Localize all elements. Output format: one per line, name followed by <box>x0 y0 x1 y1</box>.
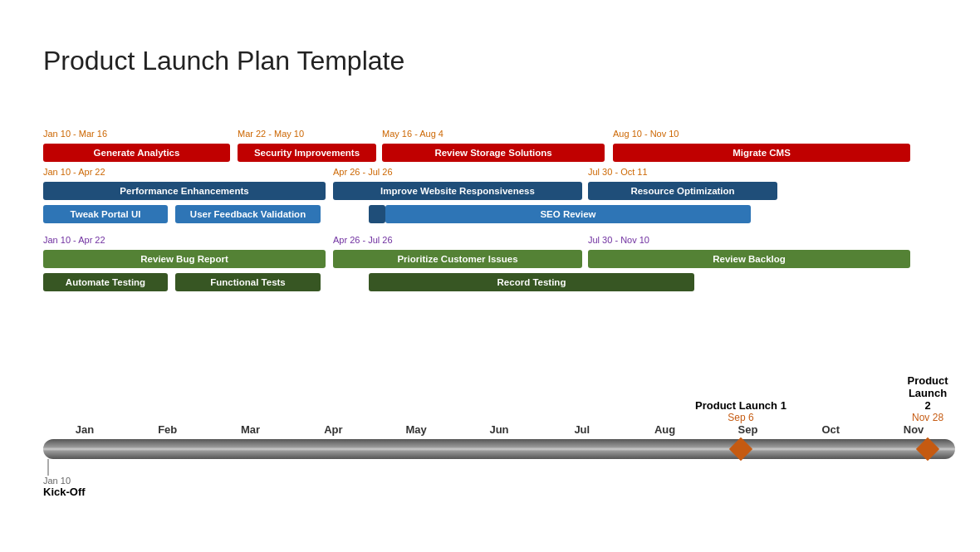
month-may: May <box>375 423 458 436</box>
bar-performance-enhancements[interactable]: Performance Enhancements <box>43 182 326 200</box>
date-label-r1-b2: Mar 22 - May 10 <box>238 129 304 139</box>
date-label-r2-b2: Apr 26 - Jul 26 <box>333 167 393 177</box>
bar-review-bug-report[interactable]: Review Bug Report <box>43 250 326 268</box>
bar-review-backlog[interactable]: Review Backlog <box>588 250 910 268</box>
bar-user-feedback-validation[interactable]: User Feedback Validation <box>175 205 321 223</box>
bar-record-testing[interactable]: Record Testing <box>369 273 694 291</box>
bar-functional-tests[interactable]: Functional Tests <box>175 273 321 291</box>
date-label-r1-b1: Jan 10 - Mar 16 <box>43 129 107 139</box>
milestone1-diamond <box>733 441 749 457</box>
bar-security-improvements[interactable]: Security Improvements <box>238 144 376 162</box>
page-title: Product Launch Plan Template <box>43 46 404 76</box>
bar-resource-optimization[interactable]: Resource Optimization <box>588 182 777 200</box>
bar-tweak-portal-ui[interactable]: Tweak Portal UI <box>43 205 168 223</box>
month-apr: Apr <box>292 423 375 436</box>
milestone2-diamond <box>919 441 936 457</box>
kickoff-marker: Jan 10 Kick-Off <box>43 459 86 498</box>
timeline-container: Product Launch 1 Sep 6 Product Launch 2 … <box>43 382 955 459</box>
bar-generate-analytics[interactable]: Generate Analytics <box>43 144 230 162</box>
month-mar: Mar <box>209 423 292 436</box>
bar-prioritize-customer-issues[interactable]: Prioritize Customer Issues <box>333 250 582 268</box>
month-aug: Aug <box>624 423 707 436</box>
bar-seo-review[interactable]: SEO Review <box>385 205 751 223</box>
date-label-r1-b3: May 16 - Aug 4 <box>382 129 443 139</box>
month-jun: Jun <box>458 423 541 436</box>
date-label-r1-b4: Aug 10 - Nov 10 <box>613 129 679 139</box>
month-jan: Jan <box>43 423 126 436</box>
date-label-r2-b1: Jan 10 - Apr 22 <box>43 167 105 177</box>
gantt-area: Jan 10 - Mar 16 Mar 22 - May 10 May 16 -… <box>43 129 955 303</box>
timeline-track <box>43 439 955 459</box>
month-oct: Oct <box>789 423 872 436</box>
month-sep: Sep <box>707 423 790 436</box>
month-feb: Feb <box>126 423 209 436</box>
month-nov: Nov <box>872 423 955 436</box>
date-label-r3-b3: Jul 30 - Nov 10 <box>588 235 649 245</box>
bar-automate-testing[interactable]: Automate Testing <box>43 273 168 291</box>
month-jul: Jul <box>541 423 624 436</box>
milestone2-label: Product Launch 2 Nov 28 <box>907 374 948 423</box>
milestone1-label: Product Launch 1 Sep 6 <box>695 399 786 423</box>
bar-review-storage-solutions[interactable]: Review Storage Solutions <box>382 144 605 162</box>
bar-migrate-cms[interactable]: Migrate CMS <box>613 144 910 162</box>
bar-improve-website-responsiveness[interactable]: Improve Website Responsiveness <box>333 182 582 200</box>
date-label-r3-b2: Apr 26 - Jul 26 <box>333 235 393 245</box>
date-label-r2-b3: Jul 30 - Oct 11 <box>588 167 648 177</box>
date-label-r3-b1: Jan 10 - Apr 22 <box>43 235 105 245</box>
